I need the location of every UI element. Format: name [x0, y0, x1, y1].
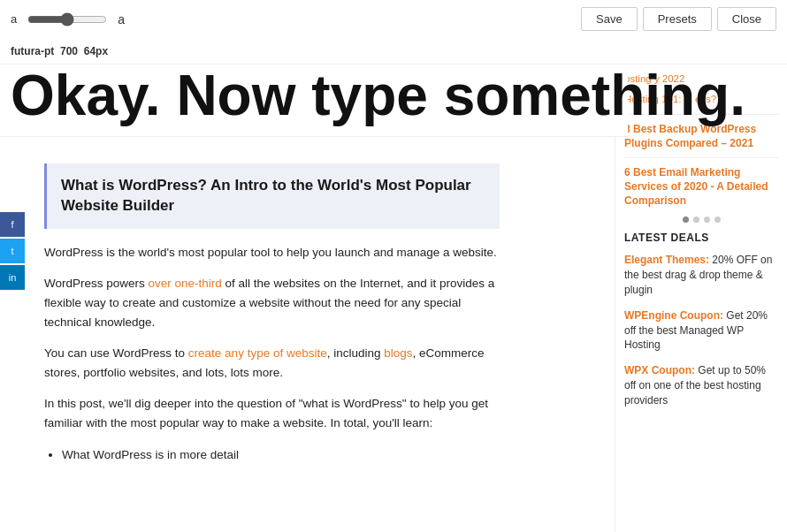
- save-button[interactable]: Save: [581, 7, 638, 31]
- deal-name-3: WPX Coupon:: [624, 364, 695, 376]
- list-item: What WordPress is in more detail: [62, 445, 500, 465]
- article-paragraph-2: WordPress powers over one-third of all t…: [44, 274, 500, 331]
- font-tester-left: a a: [11, 12, 125, 27]
- blogs-link[interactable]: blogs: [384, 346, 412, 360]
- dot-2: [693, 217, 699, 223]
- font-preview-text[interactable]: Okay. Now type something.: [11, 67, 617, 124]
- social-sidebar: f t in: [0, 212, 25, 292]
- deal-name-1: Elegant Themes:: [624, 254, 709, 266]
- sidebar-article-2: 6 Best Email Marketing Services of 2020 …: [624, 165, 778, 209]
- dot-1: [683, 217, 689, 223]
- linkedin-share-button[interactable]: in: [0, 265, 25, 290]
- sidebar-article-link-2[interactable]: 6 Best Email Marketing Services of 2020 …: [624, 166, 768, 207]
- deal-name-2: WPEngine Coupon:: [624, 309, 723, 322]
- article-paragraph-4: In this post, we'll dig deeper into the …: [44, 394, 500, 432]
- facebook-share-button[interactable]: f: [0, 212, 25, 237]
- article-title: What is WordPress? An Intro to the World…: [61, 176, 485, 217]
- deal-item-1: Elegant Themes: 20% OFF on the best drag…: [624, 253, 778, 297]
- twitter-icon: t: [11, 246, 13, 256]
- sidebar-divider-2: [624, 157, 778, 158]
- font-tester-bar: a a Save Presets Close: [0, 0, 787, 39]
- sidebar-dots: [624, 217, 778, 223]
- font-slider-container: [27, 12, 107, 27]
- deal-item-2: WPEngine Coupon: Get 20% off the best Ma…: [624, 308, 778, 353]
- deal-item-3: WPX Coupon: Get up to 50% off on one of …: [624, 363, 778, 407]
- dot-4: [714, 217, 721, 223]
- article-list: What WordPress is in more detail: [62, 445, 500, 465]
- article-paragraph-1: WordPress is the world's most popular to…: [44, 243, 500, 262]
- facebook-icon: f: [11, 219, 13, 230]
- font-size-slider[interactable]: [27, 12, 107, 27]
- twitter-share-button[interactable]: t: [0, 239, 25, 263]
- dot-3: [704, 217, 710, 223]
- article-body: WordPress is the world's most popular to…: [44, 243, 500, 464]
- toolbar-buttons: Save Presets Close: [581, 7, 776, 31]
- article-title-box: What is WordPress? An Intro to the World…: [44, 163, 500, 229]
- over-one-third-link[interactable]: over one-third: [149, 277, 222, 290]
- article-paragraph-3: You can use WordPress to create any type…: [44, 344, 500, 382]
- font-label-a-large: a: [118, 12, 125, 27]
- latest-deals-title: LATEST DEALS: [624, 232, 778, 244]
- presets-button[interactable]: Presets: [643, 7, 712, 31]
- main-article: What is WordPress? An Intro to the World…: [27, 163, 517, 532]
- font-info-text: futura-pt 700 64px: [11, 45, 108, 57]
- font-label-a-small: a: [11, 12, 17, 26]
- font-info-bar: futura-pt 700 64px: [0, 37, 787, 65]
- create-website-link[interactable]: create any type of website: [188, 346, 327, 360]
- font-preview-bar: Okay. Now type something.: [0, 55, 628, 137]
- linkedin-icon: in: [9, 272, 17, 283]
- close-button[interactable]: Close: [717, 7, 776, 31]
